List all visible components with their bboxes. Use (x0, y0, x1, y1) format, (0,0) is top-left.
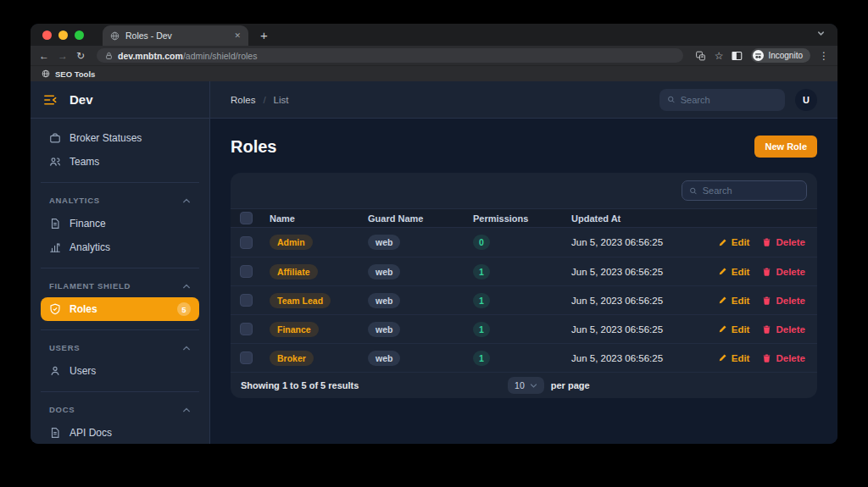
sidebar-item-label: Broker Statuses (70, 132, 142, 144)
translate-icon[interactable] (695, 51, 706, 61)
column-updated-at[interactable]: Updated At (563, 213, 690, 224)
new-tab-button[interactable]: + (260, 28, 268, 42)
table-search[interactable] (682, 180, 807, 201)
group-label-text: ANALYTICS (49, 196, 100, 205)
close-window-button[interactable] (42, 30, 52, 40)
table-row: Team Leadweb1Jun 5, 2023 06:56:25EditDel… (231, 285, 817, 314)
browser-menu-icon[interactable]: ⋮ (819, 50, 829, 62)
pencil-icon (718, 353, 727, 362)
role-name-badge: Admin (270, 235, 313, 250)
edit-action[interactable]: Edit (718, 267, 750, 277)
sidebar-item-teams[interactable]: Teams (41, 150, 199, 174)
pencil-icon (718, 238, 727, 247)
row-checkbox[interactable] (240, 236, 253, 249)
reload-button[interactable]: ↻ (76, 51, 85, 61)
forward-button[interactable]: → (58, 51, 68, 61)
divider (41, 391, 199, 392)
sidebar-item-users[interactable]: Users (41, 359, 199, 383)
breadcrumb-separator: / (263, 95, 265, 105)
group-users[interactable]: USERS (41, 339, 199, 359)
role-name-badge: Finance (270, 322, 319, 337)
column-permissions[interactable]: Permissions (465, 213, 563, 224)
address-bar[interactable]: dev.mnbtn.com/admin/shield/roles (97, 48, 683, 63)
pencil-icon (718, 296, 727, 305)
tab-search-chevron-icon[interactable] (816, 29, 826, 38)
edit-action[interactable]: Edit (718, 296, 750, 306)
edit-action[interactable]: Edit (718, 353, 750, 363)
guard-name-badge: web (368, 351, 400, 366)
edit-action[interactable]: Edit (718, 237, 750, 247)
sidebar-nav: Broker Statuses Teams ANALYTICS Finance (31, 119, 209, 444)
table-row: Brokerweb1Jun 5, 2023 06:56:25EditDelete (231, 343, 817, 372)
delete-action[interactable]: Delete (762, 296, 805, 306)
updated-at: Jun 5, 2023 06:56:25 (563, 237, 690, 247)
guard-name-badge: web (368, 235, 400, 250)
table-search-input[interactable] (703, 185, 799, 196)
divider (41, 268, 199, 268)
table-header: Name Guard Name Permissions Updated At (231, 208, 817, 228)
tab-strip: Roles - Dev ✕ + (31, 24, 837, 46)
table-footer: Showing 1 to 5 of 5 results 10 per page (231, 372, 817, 398)
chevron-up-icon (182, 345, 191, 351)
row-checkbox[interactable] (240, 294, 253, 307)
incognito-badge[interactable]: Incognito (751, 48, 810, 63)
divider (41, 182, 199, 183)
sidebar-item-broker-statuses[interactable]: Broker Statuses (41, 126, 199, 150)
bookmark-star-icon[interactable]: ☆ (715, 50, 724, 62)
maximize-window-button[interactable] (75, 30, 84, 40)
back-button[interactable]: ← (39, 51, 49, 61)
sidebar-item-analytics[interactable]: Analytics (41, 235, 199, 259)
chart-icon (49, 241, 61, 253)
global-search[interactable] (659, 89, 785, 111)
breadcrumb: Roles / List (231, 95, 289, 105)
pencil-icon (718, 324, 727, 334)
group-docs[interactable]: DOCS (41, 401, 199, 421)
trash-icon (762, 353, 771, 363)
guard-name-badge: web (368, 293, 400, 308)
table-row: Adminweb0Jun 5, 2023 06:56:25EditDelete (231, 228, 817, 257)
group-analytics[interactable]: ANALYTICS (41, 191, 199, 212)
incognito-label: Incognito (768, 51, 803, 60)
updated-at: Jun 5, 2023 06:56:25 (563, 353, 690, 363)
column-guard-name[interactable]: Guard Name (359, 213, 465, 224)
minimize-window-button[interactable] (58, 30, 68, 40)
edit-label: Edit (732, 324, 750, 335)
edit-action[interactable]: Edit (718, 324, 750, 335)
permissions-badge: 1 (473, 293, 490, 308)
traffic-lights (42, 24, 84, 46)
select-all-checkbox[interactable] (240, 212, 253, 224)
tab-close-icon[interactable]: ✕ (234, 31, 241, 40)
sidebar-item-finance[interactable]: Finance (41, 212, 199, 235)
group-filament-shield[interactable]: FILAMENT SHIELD (41, 277, 199, 297)
per-page-value: 10 (515, 380, 525, 390)
row-checkbox[interactable] (240, 351, 253, 364)
row-checkbox[interactable] (240, 265, 253, 278)
incognito-icon (753, 50, 764, 61)
row-checkbox[interactable] (240, 323, 253, 335)
table-row: Affiliateweb1Jun 5, 2023 06:56:25EditDel… (231, 257, 817, 285)
roles-table-card: Name Guard Name Permissions Updated At A… (231, 173, 817, 398)
sidebar-item-api-docs[interactable]: API Docs (41, 421, 199, 444)
breadcrumb-roles[interactable]: Roles (231, 95, 255, 105)
sidebar-item-roles[interactable]: Roles 5 (41, 297, 199, 321)
new-role-button[interactable]: New Role (754, 136, 817, 158)
role-name-badge: Affiliate (270, 264, 318, 279)
user-avatar[interactable]: U (795, 89, 817, 111)
results-summary: Showing 1 to 5 of 5 results (241, 380, 508, 390)
per-page-select[interactable]: 10 (508, 377, 544, 394)
main-panel: Roles New Role Name Guard Name P (210, 119, 837, 398)
delete-action[interactable]: Delete (762, 237, 805, 247)
delete-label: Delete (776, 353, 805, 363)
side-panel-icon[interactable] (732, 51, 743, 61)
browser-tab[interactable]: Roles - Dev ✕ (103, 25, 248, 46)
column-name[interactable]: Name (261, 213, 359, 224)
delete-action[interactable]: Delete (762, 324, 805, 335)
sidebar: Dev Broker Statuses Teams ANALYTICS (31, 81, 210, 444)
bookmark-seo-tools[interactable]: SEO Tools (55, 69, 95, 79)
sidebar-collapse-icon[interactable] (43, 94, 58, 106)
user-icon (49, 365, 61, 377)
browser-window: Roles - Dev ✕ + ← → ↻ dev.mnbtn.com/admi… (31, 24, 837, 444)
global-search-input[interactable] (681, 95, 777, 105)
delete-action[interactable]: Delete (762, 353, 805, 363)
delete-action[interactable]: Delete (762, 267, 805, 277)
